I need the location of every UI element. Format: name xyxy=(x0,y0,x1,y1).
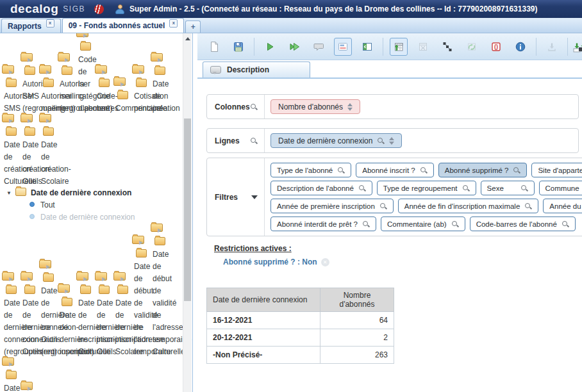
refresh-table-icon[interactable] xyxy=(463,38,481,56)
chevron-right-icon[interactable]: ▶ xyxy=(65,285,69,297)
chevron-right-icon[interactable]: ▶ xyxy=(121,78,124,90)
scroll-up-arrow-icon[interactable] xyxy=(185,37,190,40)
chevron-right-icon[interactable]: ▶ xyxy=(65,54,69,66)
chevron-right-icon[interactable]: ▶ xyxy=(9,273,13,285)
columns-label-cell[interactable]: Colonnes xyxy=(207,95,265,118)
chevron-right-icon[interactable]: ▶ xyxy=(83,273,87,285)
chevron-right-icon[interactable]: ▶ xyxy=(28,382,31,392)
chevron-right-icon[interactable]: ▶ xyxy=(102,273,106,285)
chevron-down-icon[interactable] xyxy=(251,195,258,199)
tree-folder-item[interactable]: ▶Date de dernière inscription-Outils xyxy=(95,272,107,281)
chevron-right-icon[interactable]: ▶ xyxy=(9,66,13,78)
description-view-icon[interactable] xyxy=(334,38,352,56)
filter-pill[interactable]: Type de regroupement xyxy=(377,181,476,195)
filter-pill[interactable]: Année de première inscription xyxy=(270,199,394,213)
sort-arrows-icon[interactable] xyxy=(347,103,353,111)
tree-folder-item[interactable]: ▶Autoriser mailing xyxy=(39,65,51,74)
search-icon[interactable] xyxy=(377,137,385,145)
filter-pill[interactable]: Année de fin d'inscription maximale xyxy=(398,199,539,213)
close-tab-icon[interactable]: x xyxy=(169,19,178,28)
search-icon[interactable] xyxy=(250,137,258,145)
chevron-right-icon[interactable]: ▶ xyxy=(158,54,162,66)
filter-pill[interactable]: Code-barres de l'abonné xyxy=(470,216,576,231)
filter-pill[interactable]: Description de l'abonné xyxy=(270,181,372,195)
filters-label-cell[interactable]: Filtres xyxy=(207,158,265,236)
filter-pill[interactable]: Abonné interdit de prêt ? xyxy=(270,216,376,231)
tree-folder-item[interactable]: ▶Date de début de validité de l'adresse … xyxy=(2,357,14,366)
export-more-icon[interactable] xyxy=(570,38,582,56)
chevron-right-icon[interactable]: ▶ xyxy=(28,273,31,285)
chevron-right-icon[interactable]: ▶ xyxy=(46,66,50,78)
chevron-right-icon[interactable]: ▶ xyxy=(28,54,31,66)
download-disabled-icon[interactable] xyxy=(543,38,561,56)
run-report-icon[interactable] xyxy=(261,38,279,56)
tree-folder-item[interactable]: ▶Date de création-Outils xyxy=(21,114,33,122)
filter-pill[interactable]: Type de l'abonné xyxy=(270,163,351,177)
close-tab-icon[interactable]: x xyxy=(46,19,54,28)
tab-09-fonds-abonn-s-actuel[interactable]: 09 - Fonds abonnés actuelx xyxy=(62,18,185,33)
pivot-table-view-icon[interactable] xyxy=(390,38,408,56)
filter-pill[interactable]: Sexe xyxy=(481,181,535,195)
tree-folder-item[interactable]: ▶Date de création xyxy=(151,53,163,61)
row-field-pill[interactable]: Date de dernière connexion xyxy=(270,133,402,148)
tree-child-item[interactable]: Tout xyxy=(0,199,181,211)
rows-label-cell[interactable]: Lignes xyxy=(207,129,265,152)
chevron-right-icon[interactable]: ▶ xyxy=(121,273,124,285)
number-format-icon[interactable]: () xyxy=(487,38,505,56)
tree-folder-item[interactable]: ▶Date de dernière connexion (regroupemen… xyxy=(2,272,14,281)
column-field-pill[interactable]: Nombre d'abonnés xyxy=(270,99,360,114)
run-all-icon[interactable] xyxy=(285,38,303,56)
new-report-icon[interactable] xyxy=(205,38,223,56)
tree-folder-item[interactable]: ▶Date de début de validité de l'adresse xyxy=(21,382,33,390)
search-icon[interactable] xyxy=(379,202,387,210)
search-icon[interactable] xyxy=(250,103,258,111)
chevron-right-icon[interactable]: ▶ xyxy=(139,66,143,78)
filter-pill[interactable]: Site d'appartenance xyxy=(531,163,582,177)
tree-folder-item[interactable]: ▶Date de dernière connexion-Outils xyxy=(21,272,33,281)
tree-folder-item[interactable]: ▶Autoriser SMS (regroupement) xyxy=(21,53,33,61)
tree-folder-item[interactable]: ▶Date de dernière inscription-Scolaire xyxy=(113,272,126,281)
tree-folder-item[interactable]: ▶Code de la catégorie d'abonné xyxy=(76,33,88,37)
filter-pill[interactable]: Année du dernier xyxy=(543,199,582,213)
search-icon[interactable] xyxy=(358,184,366,192)
tree-folder-item[interactable]: ▶Date de dernière connexion-Outils (regr… xyxy=(39,260,51,268)
scrollbar-thumb[interactable] xyxy=(184,118,191,301)
tree-folder-item[interactable]: ▶Date de début de validité de l'adresse … xyxy=(151,224,163,232)
search-icon[interactable] xyxy=(451,220,459,228)
search-icon[interactable] xyxy=(337,167,345,174)
tree-folder-item[interactable]: ▶Code-barres xyxy=(95,65,107,74)
chevron-right-icon[interactable]: ▶ xyxy=(46,261,50,273)
search-icon[interactable] xyxy=(420,167,428,174)
tree-folder-item[interactable]: ▶Date de dernière inscription-Culturelle xyxy=(76,272,88,281)
clear-table-icon[interactable] xyxy=(414,38,432,56)
chevron-right-icon[interactable]: ▶ xyxy=(46,115,50,127)
tree-folder-item[interactable]: ▶Date de début de validité de l'adresse … xyxy=(132,236,144,244)
chevron-right-icon[interactable]: ▶ xyxy=(9,115,13,127)
tree-folder-item[interactable]: ▶Cotisation principale xyxy=(132,65,144,74)
tab-description[interactable]: Description xyxy=(203,61,310,78)
tree-folder-item[interactable]: ▶Date de création-Culturelle xyxy=(2,114,14,122)
sidebar-scrollbar[interactable] xyxy=(183,33,192,392)
tree-folder-item[interactable]: ▶Date de création-Scolaire xyxy=(39,114,51,122)
sort-arrows-icon[interactable] xyxy=(389,137,394,145)
chevron-right-icon[interactable]: ▶ xyxy=(158,224,162,236)
remove-restriction-icon[interactable]: ✕ xyxy=(321,258,329,266)
search-icon[interactable] xyxy=(462,184,470,192)
chevron-right-icon[interactable]: ▶ xyxy=(28,115,31,127)
search-icon[interactable] xyxy=(513,167,520,174)
tree-folder-item[interactable]: ▶Autoriser SMS xyxy=(2,65,14,74)
add-tab-button[interactable]: + xyxy=(185,20,201,33)
chevron-right-icon[interactable]: ▶ xyxy=(9,358,13,370)
tree-folder-item[interactable]: ▼Date de dernière connexion xyxy=(0,187,181,199)
search-icon[interactable] xyxy=(524,202,532,210)
side-panel-view-icon[interactable] xyxy=(358,38,376,56)
drill-levels-icon[interactable] xyxy=(438,38,456,56)
tree-folder-item[interactable]: ▶Autoriser mailing (regroupement) xyxy=(58,53,70,61)
search-icon[interactable] xyxy=(561,220,569,228)
comments-icon[interactable] xyxy=(310,38,328,56)
filter-pill[interactable]: Commentaire (ab) xyxy=(381,216,465,231)
tree-folder-item[interactable]: ▶Commentaire xyxy=(113,78,126,86)
filter-pill[interactable]: Commune xyxy=(539,181,582,195)
tab-rapports[interactable]: Rapportsx xyxy=(1,19,61,33)
chevron-down-icon[interactable]: ▼ xyxy=(6,187,12,199)
